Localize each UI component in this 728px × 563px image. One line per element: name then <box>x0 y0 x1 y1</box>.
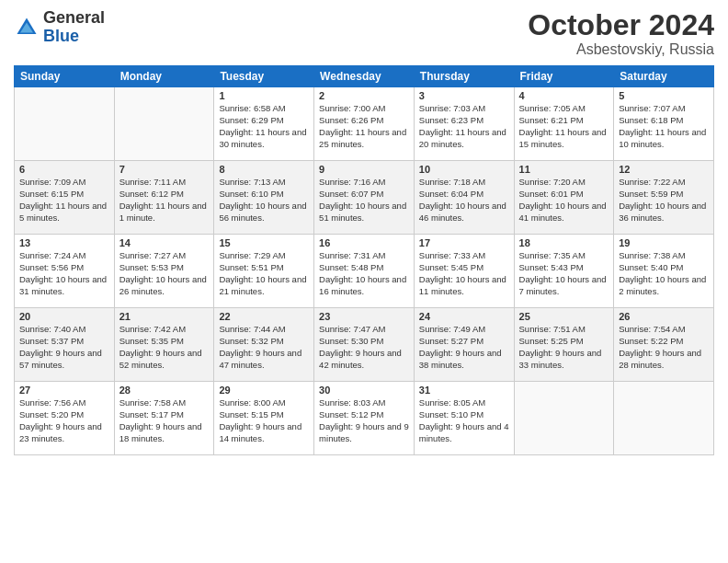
logo-icon <box>14 15 40 40</box>
calendar-day-cell: 4Sunrise: 7:05 AMSunset: 6:21 PMDaylight… <box>514 87 614 161</box>
day-info: Sunrise: 7:31 AMSunset: 5:48 PMDaylight:… <box>319 250 409 297</box>
day-info: Sunrise: 7:58 AMSunset: 5:17 PMDaylight:… <box>119 397 210 444</box>
day-info: Sunrise: 8:03 AMSunset: 5:12 PMDaylight:… <box>319 397 409 444</box>
day-number: 15 <box>219 237 309 248</box>
day-number: 11 <box>519 164 609 175</box>
calendar-header-row: SundayMondayTuesdayWednesdayThursdayFrid… <box>15 66 714 87</box>
calendar-day-cell: 10Sunrise: 7:18 AMSunset: 6:04 PMDayligh… <box>414 161 514 235</box>
day-number: 21 <box>119 311 210 322</box>
calendar-day-cell: 12Sunrise: 7:22 AMSunset: 5:59 PMDayligh… <box>614 161 714 235</box>
day-number: 12 <box>619 164 709 175</box>
calendar-day-cell: 30Sunrise: 8:03 AMSunset: 5:12 PMDayligh… <box>314 382 415 455</box>
day-number: 22 <box>219 311 309 322</box>
day-info: Sunrise: 7:16 AMSunset: 6:07 PMDaylight:… <box>319 177 409 224</box>
day-info: Sunrise: 8:05 AMSunset: 5:10 PMDaylight:… <box>419 397 509 444</box>
day-number: 18 <box>519 237 609 248</box>
calendar-day-cell <box>114 87 214 161</box>
calendar-day-cell: 2Sunrise: 7:00 AMSunset: 6:26 PMDaylight… <box>314 87 415 161</box>
day-number: 7 <box>119 164 210 175</box>
calendar-day-cell: 27Sunrise: 7:56 AMSunset: 5:20 PMDayligh… <box>15 382 115 455</box>
calendar-day-cell: 29Sunrise: 8:00 AMSunset: 5:15 PMDayligh… <box>214 382 314 455</box>
day-info: Sunrise: 7:38 AMSunset: 5:40 PMDaylight:… <box>619 250 709 297</box>
day-info: Sunrise: 7:18 AMSunset: 6:04 PMDaylight:… <box>419 177 509 224</box>
title-block: October 2024 Asbestovskiy, Russia <box>528 9 714 58</box>
calendar-day-cell: 19Sunrise: 7:38 AMSunset: 5:40 PMDayligh… <box>614 235 714 308</box>
day-number: 8 <box>219 164 309 175</box>
calendar-day-cell: 3Sunrise: 7:03 AMSunset: 6:23 PMDaylight… <box>414 87 514 161</box>
calendar-day-cell: 25Sunrise: 7:51 AMSunset: 5:25 PMDayligh… <box>514 308 614 382</box>
calendar-day-cell: 31Sunrise: 8:05 AMSunset: 5:10 PMDayligh… <box>414 382 514 455</box>
day-info: Sunrise: 7:13 AMSunset: 6:10 PMDaylight:… <box>219 177 309 224</box>
calendar-header-wednesday: Wednesday <box>314 66 415 87</box>
day-info: Sunrise: 6:58 AMSunset: 6:29 PMDaylight:… <box>219 103 309 150</box>
calendar-week-row: 20Sunrise: 7:40 AMSunset: 5:37 PMDayligh… <box>15 308 714 382</box>
day-number: 23 <box>319 311 409 322</box>
day-info: Sunrise: 8:00 AMSunset: 5:15 PMDaylight:… <box>219 397 309 444</box>
calendar-header-sunday: Sunday <box>15 66 115 87</box>
day-number: 13 <box>19 237 109 248</box>
calendar-day-cell: 14Sunrise: 7:27 AMSunset: 5:53 PMDayligh… <box>114 235 214 308</box>
calendar-header-monday: Monday <box>114 66 214 87</box>
day-number: 24 <box>419 311 509 322</box>
calendar-day-cell: 7Sunrise: 7:11 AMSunset: 6:12 PMDaylight… <box>114 161 214 235</box>
day-number: 5 <box>619 90 709 101</box>
calendar-header-tuesday: Tuesday <box>214 66 314 87</box>
day-info: Sunrise: 7:49 AMSunset: 5:27 PMDaylight:… <box>419 324 509 371</box>
calendar-day-cell <box>514 382 614 455</box>
day-number: 1 <box>219 90 309 101</box>
calendar-header-thursday: Thursday <box>414 66 514 87</box>
day-info: Sunrise: 7:54 AMSunset: 5:22 PMDaylight:… <box>619 324 709 371</box>
calendar-day-cell: 15Sunrise: 7:29 AMSunset: 5:51 PMDayligh… <box>214 235 314 308</box>
day-number: 30 <box>319 385 409 396</box>
day-info: Sunrise: 7:42 AMSunset: 5:35 PMDaylight:… <box>119 324 210 371</box>
day-number: 20 <box>19 311 109 322</box>
day-info: Sunrise: 7:05 AMSunset: 6:21 PMDaylight:… <box>519 103 609 150</box>
calendar-day-cell: 16Sunrise: 7:31 AMSunset: 5:48 PMDayligh… <box>314 235 415 308</box>
month-title: October 2024 <box>528 9 714 41</box>
day-number: 17 <box>419 237 509 248</box>
day-number: 26 <box>619 311 709 322</box>
day-info: Sunrise: 7:03 AMSunset: 6:23 PMDaylight:… <box>419 103 509 150</box>
day-number: 2 <box>319 90 409 101</box>
logo: General Blue <box>14 9 105 46</box>
day-number: 16 <box>319 237 409 248</box>
day-number: 25 <box>519 311 609 322</box>
logo-blue: Blue <box>43 28 105 46</box>
day-number: 10 <box>419 164 509 175</box>
calendar-day-cell: 28Sunrise: 7:58 AMSunset: 5:17 PMDayligh… <box>114 382 214 455</box>
calendar-day-cell: 18Sunrise: 7:35 AMSunset: 5:43 PMDayligh… <box>514 235 614 308</box>
day-info: Sunrise: 7:11 AMSunset: 6:12 PMDaylight:… <box>119 177 210 224</box>
calendar-week-row: 13Sunrise: 7:24 AMSunset: 5:56 PMDayligh… <box>15 235 714 308</box>
calendar-day-cell: 11Sunrise: 7:20 AMSunset: 6:01 PMDayligh… <box>514 161 614 235</box>
day-info: Sunrise: 7:00 AMSunset: 6:26 PMDaylight:… <box>319 103 409 150</box>
day-info: Sunrise: 7:40 AMSunset: 5:37 PMDaylight:… <box>19 324 109 371</box>
day-info: Sunrise: 7:07 AMSunset: 6:18 PMDaylight:… <box>619 103 709 150</box>
day-number: 6 <box>19 164 109 175</box>
calendar-day-cell: 17Sunrise: 7:33 AMSunset: 5:45 PMDayligh… <box>414 235 514 308</box>
logo-general: General <box>43 9 105 28</box>
logo-text: General Blue <box>43 9 105 46</box>
day-info: Sunrise: 7:24 AMSunset: 5:56 PMDaylight:… <box>19 250 109 297</box>
day-info: Sunrise: 7:20 AMSunset: 6:01 PMDaylight:… <box>519 177 609 224</box>
day-info: Sunrise: 7:47 AMSunset: 5:30 PMDaylight:… <box>319 324 409 371</box>
calendar-day-cell: 5Sunrise: 7:07 AMSunset: 6:18 PMDaylight… <box>614 87 714 161</box>
day-info: Sunrise: 7:51 AMSunset: 5:25 PMDaylight:… <box>519 324 609 371</box>
calendar-week-row: 6Sunrise: 7:09 AMSunset: 6:15 PMDaylight… <box>15 161 714 235</box>
day-info: Sunrise: 7:29 AMSunset: 5:51 PMDaylight:… <box>219 250 309 297</box>
calendar-day-cell <box>15 87 115 161</box>
calendar-day-cell: 22Sunrise: 7:44 AMSunset: 5:32 PMDayligh… <box>214 308 314 382</box>
calendar-week-row: 27Sunrise: 7:56 AMSunset: 5:20 PMDayligh… <box>15 382 714 455</box>
day-info: Sunrise: 7:33 AMSunset: 5:45 PMDaylight:… <box>419 250 509 297</box>
page-header: General Blue October 2024 Asbestovskiy, … <box>14 9 714 58</box>
calendar: SundayMondayTuesdayWednesdayThursdayFrid… <box>14 65 714 455</box>
day-number: 4 <box>519 90 609 101</box>
calendar-day-cell: 24Sunrise: 7:49 AMSunset: 5:27 PMDayligh… <box>414 308 514 382</box>
calendar-header-friday: Friday <box>514 66 614 87</box>
day-number: 28 <box>119 385 210 396</box>
day-info: Sunrise: 7:35 AMSunset: 5:43 PMDaylight:… <box>519 250 609 297</box>
calendar-day-cell: 6Sunrise: 7:09 AMSunset: 6:15 PMDaylight… <box>15 161 115 235</box>
day-info: Sunrise: 7:09 AMSunset: 6:15 PMDaylight:… <box>19 177 109 224</box>
day-number: 29 <box>219 385 309 396</box>
day-info: Sunrise: 7:22 AMSunset: 5:59 PMDaylight:… <box>619 177 709 224</box>
calendar-day-cell: 21Sunrise: 7:42 AMSunset: 5:35 PMDayligh… <box>114 308 214 382</box>
